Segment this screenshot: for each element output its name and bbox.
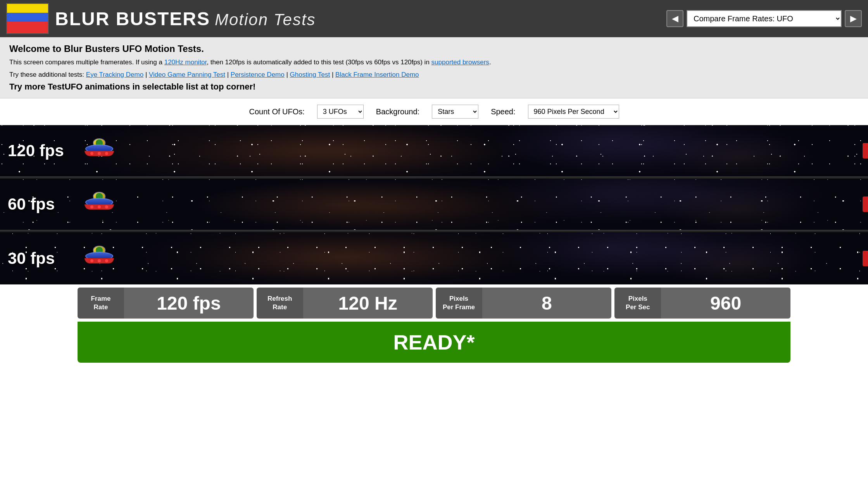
background-label: Background: [376, 107, 419, 116]
ufo-sprite-120: ·· [84, 138, 115, 164]
site-title: BLUR BUSTERS Motion Tests [55, 8, 316, 29]
stat-block-refresh-rate: RefreshRate 120 Hz [257, 288, 433, 319]
header-right: ◀ Compare Frame Rates: UFO Eye Tracking … [666, 10, 862, 27]
ufo-sprite-60 [84, 192, 115, 217]
red-edge-30 [863, 251, 868, 266]
info-heading: Welcome to Blur Busters UFO Motion Tests… [9, 43, 859, 54]
animation-area: 120 fps ·· 60 fps [0, 125, 868, 284]
fps-strip-120: 120 fps ·· [0, 125, 868, 177]
ufo-count-label: Count Of UFOs: [249, 107, 304, 116]
link-eye-tracking[interactable]: Eye Tracking Demo [86, 71, 143, 78]
stat-label-refresh-rate: RefreshRate [257, 288, 303, 319]
fps-strip-60: 60 fps [0, 179, 868, 231]
speed-label: Speed: [491, 107, 515, 116]
logo [6, 3, 49, 34]
ufo-count-select[interactable]: 1 UFO 2 UFOs 3 UFOs 4 UFOs [317, 105, 364, 119]
fps-strip-30: 30 fps [0, 232, 868, 284]
stat-block-pixels-per-sec: PixelsPer Sec 960 [614, 288, 790, 319]
additional-links: Try these additional tests: Eye Tracking… [9, 70, 859, 80]
link-video-game-panning[interactable]: Video Game Panning Test [149, 71, 225, 78]
stat-value-refresh-rate: 120 Hz [303, 288, 433, 319]
stats-bar: FrameRate 120 fps RefreshRate 120 Hz Pix… [0, 284, 868, 322]
stat-block-frame-rate: FrameRate 120 fps [78, 288, 254, 319]
fps-label-60: 60 fps [8, 195, 78, 214]
stat-label-pixels-per-sec: PixelsPer Sec [614, 288, 661, 319]
nav-select[interactable]: Compare Frame Rates: UFO Eye Tracking De… [687, 10, 842, 27]
header-left: BLUR BUSTERS Motion Tests [6, 3, 316, 34]
stat-label-pixels-per-frame: PixelsPer Frame [436, 288, 482, 319]
red-edge-120 [863, 143, 868, 158]
ufo-sprite-30 [84, 246, 115, 271]
site-name: BLUR BUSTERS [55, 8, 210, 29]
more-animations-text: Try more TestUFO animations in selectabl… [9, 82, 859, 92]
stat-value-pixels-per-sec: 960 [661, 288, 790, 319]
header: BLUR BUSTERS Motion Tests ◀ Compare Fram… [0, 0, 868, 37]
speed-select[interactable]: 120 Pixels Per Second 240 Pixels Per Sec… [528, 105, 619, 119]
link-bfi-demo[interactable]: Black Frame Insertion Demo [335, 71, 419, 78]
ready-banner: READY* [78, 322, 790, 363]
background-select[interactable]: Stars Black Grey White [432, 105, 478, 119]
controls-bar: Count Of UFOs: 1 UFO 2 UFOs 3 UFOs 4 UFO… [0, 98, 868, 125]
stat-value-pixels-per-frame: 8 [482, 288, 612, 319]
info-bar: Welcome to Blur Busters UFO Motion Tests… [0, 37, 868, 98]
fps-label-120: 120 fps [8, 141, 78, 160]
stat-label-frame-rate: FrameRate [78, 288, 124, 319]
site-subtitle: Motion Tests [215, 10, 316, 29]
nav-prev-button[interactable]: ◀ [666, 10, 683, 27]
red-edge-60 [863, 196, 868, 212]
link-persistence-demo[interactable]: Persistence Demo [231, 71, 285, 78]
stat-block-pixels-per-frame: PixelsPer Frame 8 [436, 288, 612, 319]
link-120hz[interactable]: 120Hz monitor [164, 59, 207, 66]
stat-value-frame-rate: 120 fps [124, 288, 254, 319]
nav-next-button[interactable]: ▶ [845, 10, 862, 27]
link-supported-browsers[interactable]: supported browsers [431, 59, 489, 66]
link-ghosting-test[interactable]: Ghosting Test [290, 71, 330, 78]
info-description: This screen compares multiple framerates… [9, 57, 859, 67]
fps-label-30: 30 fps [8, 249, 78, 268]
